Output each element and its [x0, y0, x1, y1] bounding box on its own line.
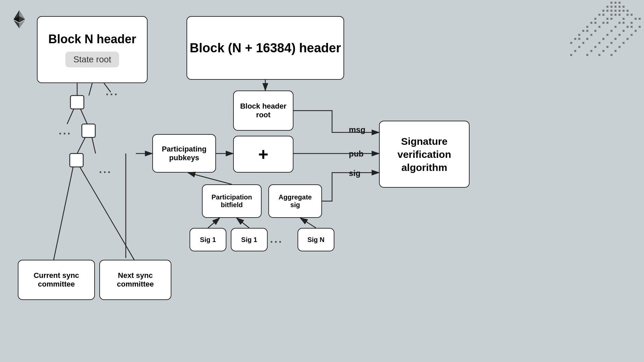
block-n-16384-header-box: Block (N + 16384) header [186, 16, 344, 80]
plus-label: + [258, 144, 268, 164]
participation-bitfield-box: Participation bitfield [202, 184, 262, 218]
block-header-root-box: Block header root [233, 90, 293, 131]
next-sync-committee-box: Next sync committee [99, 260, 171, 300]
svg-rect-23 [610, 14, 612, 16]
sig-arrow-label: sig [349, 169, 361, 178]
svg-rect-30 [610, 18, 612, 20]
svg-line-102 [300, 218, 316, 228]
aggregate-sig-box: Aggregate sig [268, 184, 322, 218]
svg-rect-43 [614, 26, 616, 28]
svg-rect-79 [598, 54, 600, 56]
svg-rect-37 [606, 22, 608, 24]
svg-rect-64 [570, 42, 572, 44]
svg-line-93 [54, 167, 73, 260]
msg-arrow-label: msg [349, 125, 365, 134]
svg-rect-41 [586, 26, 588, 28]
sig1-a-label: Sig 1 [200, 236, 216, 244]
svg-rect-63 [627, 38, 629, 40]
svg-rect-7 [614, 2, 616, 4]
svg-rect-56 [619, 34, 621, 36]
svg-rect-89 [82, 124, 95, 137]
svg-rect-52 [635, 30, 637, 32]
svg-rect-21 [598, 14, 600, 16]
svg-line-100 [208, 218, 220, 228]
svg-rect-72 [619, 46, 621, 48]
participating-pubkeys-label: Participating pubkeys [162, 145, 206, 162]
state-root-label: State root [65, 52, 119, 67]
svg-line-90 [77, 137, 85, 154]
sig-n-box: Sig N [298, 228, 334, 251]
svg-rect-14 [602, 10, 604, 12]
signature-verification-box: Signature verification algorithm [379, 121, 470, 188]
svg-rect-32 [635, 18, 637, 20]
dots-tree-3: ... [99, 163, 112, 176]
svg-rect-36 [602, 22, 604, 24]
svg-rect-76 [614, 50, 616, 52]
svg-rect-16 [610, 10, 612, 12]
dots-sigs: ... [270, 233, 283, 245]
svg-rect-39 [623, 22, 625, 24]
svg-rect-53 [578, 34, 580, 36]
svg-rect-18 [619, 10, 621, 12]
sig1-a-box: Sig 1 [190, 228, 226, 251]
svg-rect-44 [627, 26, 629, 28]
svg-rect-15 [606, 10, 608, 12]
svg-rect-22 [602, 14, 604, 16]
svg-rect-80 [610, 54, 612, 56]
svg-rect-59 [578, 38, 580, 40]
sig-n-label: Sig N [307, 236, 324, 244]
svg-rect-19 [623, 10, 625, 12]
aggregate-sig-label: Aggregate sig [279, 193, 312, 209]
svg-rect-8 [619, 2, 621, 4]
svg-rect-27 [631, 14, 633, 16]
svg-rect-31 [623, 18, 625, 20]
svg-rect-48 [586, 30, 588, 32]
svg-rect-73 [574, 50, 576, 52]
svg-line-87 [67, 109, 74, 124]
svg-rect-75 [602, 50, 604, 52]
signature-verification-label: Signature verification algorithm [397, 135, 451, 174]
svg-rect-92 [70, 154, 83, 167]
svg-rect-46 [639, 26, 641, 28]
current-sync-committee-label: Current sync committee [34, 271, 79, 289]
svg-rect-13 [623, 6, 625, 8]
svg-rect-38 [619, 22, 621, 24]
svg-rect-70 [594, 46, 596, 48]
svg-rect-9 [606, 6, 608, 8]
sig1-b-label: Sig 1 [241, 236, 257, 244]
svg-rect-77 [570, 54, 572, 56]
svg-line-88 [80, 109, 87, 124]
svg-line-84 [89, 83, 92, 96]
participating-pubkeys-box: Participating pubkeys [152, 134, 216, 173]
block-header-root-label: Block header root [240, 102, 286, 119]
sig1-b-box: Sig 1 [231, 228, 268, 251]
svg-rect-55 [606, 34, 608, 36]
svg-rect-69 [578, 46, 580, 48]
svg-rect-68 [623, 42, 625, 44]
block-n-16384-header-label: Block (N + 16384) header [190, 41, 341, 55]
svg-rect-86 [70, 96, 84, 109]
svg-rect-11 [614, 6, 616, 8]
block-n-header-label: Block N header [48, 32, 136, 46]
svg-rect-74 [590, 50, 592, 52]
svg-rect-35 [594, 22, 596, 24]
block-n-header-box: Block N header State root [37, 16, 148, 83]
svg-rect-57 [631, 34, 633, 36]
dot-pattern-decoration [570, 0, 644, 84]
svg-line-99 [188, 173, 232, 184]
svg-rect-10 [610, 6, 612, 8]
pub-arrow-label: pub [349, 149, 364, 159]
dots-tree-2: ... [59, 125, 72, 137]
svg-rect-29 [606, 18, 608, 20]
svg-rect-42 [598, 26, 600, 28]
participation-bitfield-label: Participation bitfield [211, 193, 252, 209]
svg-rect-33 [639, 18, 641, 20]
current-sync-committee-box: Current sync committee [18, 260, 95, 300]
svg-rect-28 [594, 18, 596, 20]
dots-tree-1: ... [106, 85, 119, 98]
svg-rect-49 [594, 30, 596, 32]
svg-rect-61 [602, 38, 604, 40]
svg-rect-71 [606, 46, 608, 48]
svg-rect-50 [610, 30, 612, 32]
svg-rect-26 [627, 14, 629, 16]
